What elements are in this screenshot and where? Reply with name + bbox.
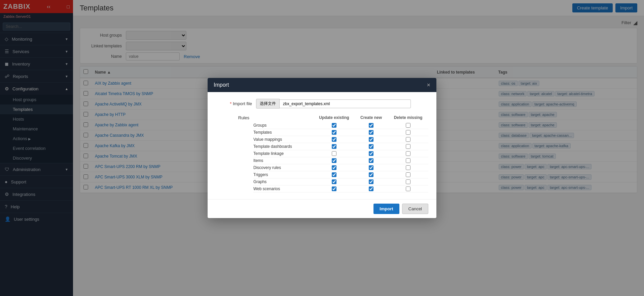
rule-label: Discovery rules: [253, 165, 314, 170]
col-header-update: Update existing: [314, 114, 354, 121]
dialog-import-button[interactable]: Import: [373, 204, 399, 214]
rule-delete-cell: [388, 137, 428, 142]
rule-update-checkbox[interactable]: [332, 137, 336, 142]
rules-section: Rules Update existing Create new Delete …: [216, 114, 428, 193]
rule-delete-checkbox[interactable]: [406, 151, 410, 156]
rule-update-checkbox[interactable]: [332, 130, 336, 135]
rule-delete-cell: [388, 179, 428, 184]
rule-delete-checkbox[interactable]: [406, 172, 410, 177]
rule-create-cell: [354, 179, 388, 184]
rule-update-cell: [314, 186, 354, 191]
rule-create-checkbox[interactable]: [369, 165, 373, 170]
rule-create-checkbox[interactable]: [369, 151, 373, 156]
rule-update-checkbox[interactable]: [332, 151, 336, 156]
rule-update-checkbox[interactable]: [332, 158, 336, 163]
rule-update-checkbox[interactable]: [332, 144, 336, 149]
rule-update-cell: [314, 123, 354, 128]
rule-row: Graphs: [253, 178, 428, 185]
rule-update-cell: [314, 165, 354, 170]
rules-table: Update existing Create new Delete missin…: [253, 114, 428, 193]
rule-create-checkbox[interactable]: [369, 123, 373, 128]
col-header-name: [253, 114, 314, 121]
rule-create-cell: [354, 158, 388, 163]
rule-update-cell: [314, 130, 354, 135]
rule-create-cell: [354, 172, 388, 177]
rule-label: Graphs: [253, 179, 314, 184]
rule-delete-checkbox[interactable]: [406, 144, 410, 149]
rule-label: Groups: [253, 123, 314, 128]
dialog-title: Import: [214, 82, 229, 88]
rule-row: Web scenarios: [253, 185, 428, 193]
rule-row: Templates: [253, 129, 428, 136]
dialog-close-button[interactable]: ×: [427, 82, 430, 88]
rule-update-cell: [314, 151, 354, 156]
rule-row: Groups: [253, 122, 428, 129]
dialog-overlay: Import × * Import file 选择文件 zbx_export_t…: [0, 0, 644, 296]
rule-create-checkbox[interactable]: [369, 186, 373, 191]
col-header-create: Create new: [354, 114, 388, 121]
rules-col-headers: Update existing Create new Delete missin…: [253, 114, 428, 121]
rule-update-checkbox[interactable]: [332, 172, 336, 177]
file-name-display: zbx_export_templates.xml: [280, 99, 411, 108]
rule-create-cell: [354, 165, 388, 170]
rule-delete-cell: [388, 172, 428, 177]
dialog-header: Import ×: [208, 78, 436, 92]
rule-update-checkbox[interactable]: [332, 179, 336, 184]
rule-delete-checkbox[interactable]: [406, 165, 410, 170]
rule-update-checkbox[interactable]: [332, 165, 336, 170]
file-input-group: 选择文件 zbx_export_templates.xml: [256, 99, 411, 109]
rule-row: Discovery rules: [253, 164, 428, 171]
rule-delete-checkbox[interactable]: [406, 123, 410, 128]
rule-delete-checkbox[interactable]: [406, 158, 410, 163]
rule-create-cell: [354, 130, 388, 135]
rule-update-checkbox[interactable]: [332, 186, 336, 191]
rule-label: Items: [253, 158, 314, 163]
rule-delete-cell: [388, 158, 428, 163]
rule-create-cell: [354, 123, 388, 128]
rule-create-checkbox[interactable]: [369, 130, 373, 135]
rule-delete-cell: [388, 186, 428, 191]
rule-update-cell: [314, 158, 354, 163]
import-file-label: * Import file: [216, 101, 256, 106]
dialog-footer: Import Cancel: [208, 199, 436, 218]
dialog-body: * Import file 选择文件 zbx_export_templates.…: [208, 92, 436, 199]
rule-delete-checkbox[interactable]: [406, 179, 410, 184]
rule-row: Value mappings: [253, 136, 428, 143]
rule-update-cell: [314, 179, 354, 184]
rule-delete-cell: [388, 165, 428, 170]
import-file-row: * Import file 选择文件 zbx_export_templates.…: [216, 99, 428, 109]
dialog-cancel-button[interactable]: Cancel: [402, 204, 428, 214]
rule-label: Templates: [253, 130, 314, 135]
rule-row: Template dashboards: [253, 143, 428, 150]
rule-create-checkbox[interactable]: [369, 144, 373, 149]
rule-create-cell: [354, 144, 388, 149]
rule-update-cell: [314, 144, 354, 149]
rule-update-checkbox[interactable]: [332, 123, 336, 128]
rules-label: Rules: [216, 114, 253, 120]
rule-delete-checkbox[interactable]: [406, 186, 410, 191]
rule-delete-cell: [388, 123, 428, 128]
rule-label: Web scenarios: [253, 186, 314, 191]
rule-create-checkbox[interactable]: [369, 137, 373, 142]
rule-create-cell: [354, 137, 388, 142]
rule-delete-checkbox[interactable]: [406, 130, 410, 135]
rules-rows: Groups Templates Value mappings: [253, 122, 428, 193]
col-header-delete: Delete missing: [388, 114, 428, 121]
rule-label: Triggers: [253, 172, 314, 177]
rule-label: Template dashboards: [253, 144, 314, 149]
rule-label: Value mappings: [253, 137, 314, 142]
rule-delete-cell: [388, 151, 428, 156]
rule-create-cell: [354, 151, 388, 156]
choose-file-button[interactable]: 选择文件: [256, 99, 280, 109]
import-dialog: Import × * Import file 选择文件 zbx_export_t…: [208, 78, 436, 218]
rule-delete-checkbox[interactable]: [406, 137, 410, 142]
rule-create-checkbox[interactable]: [369, 172, 373, 177]
rule-create-cell: [354, 186, 388, 191]
rule-row: Triggers: [253, 171, 428, 178]
rule-update-cell: [314, 172, 354, 177]
required-star: *: [230, 101, 231, 106]
rule-create-checkbox[interactable]: [369, 158, 373, 163]
rule-row: Template linkage: [253, 150, 428, 157]
rule-create-checkbox[interactable]: [369, 179, 373, 184]
rule-row: Items: [253, 157, 428, 164]
